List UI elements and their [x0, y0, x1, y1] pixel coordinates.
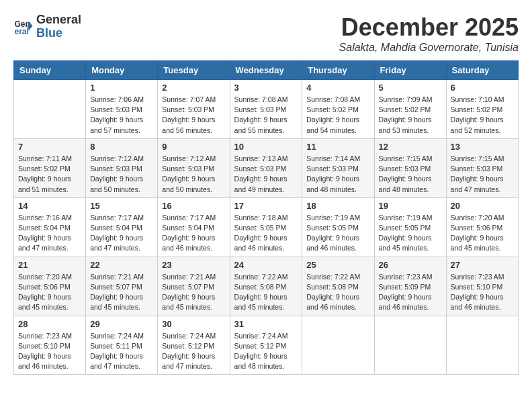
day-info: Sunrise: 7:24 AMSunset: 5:12 PMDaylight:…	[234, 331, 298, 372]
location-title: Salakta, Mahdia Governorate, Tunisia	[339, 42, 519, 54]
day-info: Sunrise: 7:16 AMSunset: 5:04 PMDaylight:…	[18, 213, 81, 254]
day-number: 2	[162, 83, 225, 93]
calendar-cell: 17Sunrise: 7:18 AMSunset: 5:05 PMDayligh…	[230, 197, 302, 257]
day-number: 9	[162, 142, 225, 152]
day-info: Sunrise: 7:24 AMSunset: 5:11 PMDaylight:…	[90, 331, 153, 372]
day-info: Sunrise: 7:17 AMSunset: 5:04 PMDaylight:…	[90, 213, 153, 254]
logo-text: General Blue	[36, 13, 81, 40]
day-info: Sunrise: 7:12 AMSunset: 5:03 PMDaylight:…	[162, 154, 225, 195]
day-number: 19	[379, 201, 442, 211]
day-number: 17	[234, 201, 298, 211]
day-info: Sunrise: 7:20 AMSunset: 5:06 PMDaylight:…	[451, 213, 514, 254]
day-number: 5	[379, 83, 442, 93]
day-info: Sunrise: 7:19 AMSunset: 5:05 PMDaylight:…	[306, 213, 369, 254]
day-info: Sunrise: 7:09 AMSunset: 5:02 PMDaylight:…	[379, 95, 442, 136]
day-number: 11	[306, 142, 369, 152]
calendar-cell: 26Sunrise: 7:23 AMSunset: 5:09 PMDayligh…	[374, 257, 446, 316]
calendar-cell: 31Sunrise: 7:24 AMSunset: 5:12 PMDayligh…	[230, 316, 302, 375]
calendar-cell: 12Sunrise: 7:15 AMSunset: 5:03 PMDayligh…	[374, 138, 446, 197]
day-number: 1	[90, 83, 153, 93]
day-info: Sunrise: 7:18 AMSunset: 5:05 PMDaylight:…	[234, 213, 298, 254]
calendar-cell: 13Sunrise: 7:15 AMSunset: 5:03 PMDayligh…	[446, 138, 518, 197]
day-number: 18	[306, 201, 369, 211]
day-number: 25	[306, 260, 369, 270]
calendar-cell: 29Sunrise: 7:24 AMSunset: 5:11 PMDayligh…	[86, 316, 158, 375]
weekday-header-cell: Sunday	[14, 61, 86, 80]
logo-blue: Blue	[36, 27, 81, 40]
calendar-cell: 18Sunrise: 7:19 AMSunset: 5:05 PMDayligh…	[302, 197, 374, 257]
day-info: Sunrise: 7:19 AMSunset: 5:05 PMDaylight:…	[379, 213, 442, 254]
day-number: 4	[306, 83, 369, 93]
day-number: 10	[234, 142, 298, 152]
day-info: Sunrise: 7:17 AMSunset: 5:04 PMDaylight:…	[162, 213, 225, 254]
calendar-cell	[446, 316, 518, 375]
svg-text:▶: ▶	[28, 23, 32, 29]
weekday-header-cell: Wednesday	[230, 61, 302, 80]
calendar-cell: 21Sunrise: 7:20 AMSunset: 5:06 PMDayligh…	[14, 257, 86, 316]
day-number: 21	[18, 260, 81, 270]
calendar-week-row: 7Sunrise: 7:11 AMSunset: 5:02 PMDaylight…	[14, 138, 519, 197]
day-info: Sunrise: 7:23 AMSunset: 5:10 PMDaylight:…	[18, 331, 81, 372]
calendar-cell	[302, 316, 374, 375]
calendar-cell: 3Sunrise: 7:08 AMSunset: 5:03 PMDaylight…	[230, 80, 302, 139]
calendar-cell: 8Sunrise: 7:12 AMSunset: 5:03 PMDaylight…	[86, 138, 158, 197]
day-number: 20	[451, 201, 514, 211]
calendar-table: SundayMondayTuesdayWednesdayThursdayFrid…	[13, 60, 519, 375]
day-info: Sunrise: 7:22 AMSunset: 5:08 PMDaylight:…	[306, 272, 369, 313]
calendar-cell: 27Sunrise: 7:23 AMSunset: 5:10 PMDayligh…	[446, 257, 518, 316]
calendar-cell: 10Sunrise: 7:13 AMSunset: 5:03 PMDayligh…	[230, 138, 302, 197]
day-info: Sunrise: 7:23 AMSunset: 5:10 PMDaylight:…	[451, 272, 514, 313]
calendar-cell: 22Sunrise: 7:21 AMSunset: 5:07 PMDayligh…	[86, 257, 158, 316]
day-info: Sunrise: 7:24 AMSunset: 5:12 PMDaylight:…	[162, 331, 225, 372]
day-info: Sunrise: 7:08 AMSunset: 5:02 PMDaylight:…	[306, 95, 369, 136]
calendar-week-row: 21Sunrise: 7:20 AMSunset: 5:06 PMDayligh…	[14, 257, 519, 316]
calendar-body: 1Sunrise: 7:06 AMSunset: 5:03 PMDaylight…	[14, 80, 519, 375]
day-info: Sunrise: 7:15 AMSunset: 5:03 PMDaylight:…	[451, 154, 514, 195]
day-info: Sunrise: 7:22 AMSunset: 5:08 PMDaylight:…	[234, 272, 298, 313]
day-number: 27	[451, 260, 514, 270]
day-number: 23	[162, 260, 225, 270]
calendar-cell: 4Sunrise: 7:08 AMSunset: 5:02 PMDaylight…	[302, 80, 374, 139]
day-number: 29	[90, 319, 153, 329]
day-number: 13	[451, 142, 514, 152]
weekday-header-cell: Tuesday	[158, 61, 230, 80]
day-info: Sunrise: 7:08 AMSunset: 5:03 PMDaylight:…	[234, 95, 298, 136]
calendar-cell: 6Sunrise: 7:10 AMSunset: 5:02 PMDaylight…	[446, 80, 518, 139]
calendar-cell	[14, 80, 86, 139]
month-title: December 2025	[339, 13, 519, 42]
day-number: 6	[451, 83, 514, 93]
day-number: 24	[234, 260, 298, 270]
svg-text:eral: eral	[15, 27, 29, 36]
title-area: December 2025 Salakta, Mahdia Governorat…	[339, 13, 519, 54]
weekday-header-cell: Monday	[86, 61, 158, 80]
logo: Gen eral ▶ General Blue	[13, 13, 81, 40]
calendar-week-row: 1Sunrise: 7:06 AMSunset: 5:03 PMDaylight…	[14, 80, 519, 139]
day-info: Sunrise: 7:07 AMSunset: 5:03 PMDaylight:…	[162, 95, 225, 136]
calendar-cell: 24Sunrise: 7:22 AMSunset: 5:08 PMDayligh…	[230, 257, 302, 316]
calendar-week-row: 14Sunrise: 7:16 AMSunset: 5:04 PMDayligh…	[14, 197, 519, 257]
calendar-cell: 2Sunrise: 7:07 AMSunset: 5:03 PMDaylight…	[158, 80, 230, 139]
day-info: Sunrise: 7:15 AMSunset: 5:03 PMDaylight:…	[379, 154, 442, 195]
day-number: 16	[162, 201, 225, 211]
day-info: Sunrise: 7:21 AMSunset: 5:07 PMDaylight:…	[162, 272, 225, 313]
day-number: 22	[90, 260, 153, 270]
day-number: 7	[18, 142, 81, 152]
day-number: 30	[162, 319, 225, 329]
day-info: Sunrise: 7:14 AMSunset: 5:03 PMDaylight:…	[306, 154, 369, 195]
day-number: 8	[90, 142, 153, 152]
day-info: Sunrise: 7:23 AMSunset: 5:09 PMDaylight:…	[379, 272, 442, 313]
day-number: 31	[234, 319, 298, 329]
calendar-cell: 15Sunrise: 7:17 AMSunset: 5:04 PMDayligh…	[86, 197, 158, 257]
calendar-cell: 30Sunrise: 7:24 AMSunset: 5:12 PMDayligh…	[158, 316, 230, 375]
day-number: 12	[379, 142, 442, 152]
calendar-cell: 19Sunrise: 7:19 AMSunset: 5:05 PMDayligh…	[374, 197, 446, 257]
calendar-cell: 20Sunrise: 7:20 AMSunset: 5:06 PMDayligh…	[446, 197, 518, 257]
logo-general: General	[36, 13, 81, 27]
calendar-cell: 16Sunrise: 7:17 AMSunset: 5:04 PMDayligh…	[158, 197, 230, 257]
day-info: Sunrise: 7:12 AMSunset: 5:03 PMDaylight:…	[90, 154, 153, 195]
day-info: Sunrise: 7:10 AMSunset: 5:02 PMDaylight:…	[451, 95, 514, 136]
weekday-header-cell: Saturday	[446, 61, 518, 80]
weekday-header-cell: Friday	[374, 61, 446, 80]
weekday-header-cell: Thursday	[302, 61, 374, 80]
day-info: Sunrise: 7:11 AMSunset: 5:02 PMDaylight:…	[18, 154, 81, 195]
